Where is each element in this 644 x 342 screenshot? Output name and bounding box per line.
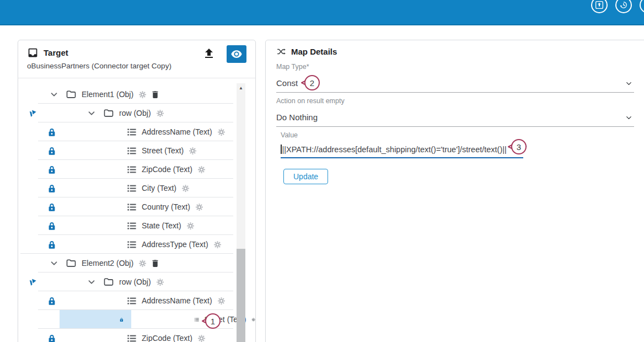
map-details-panel: Map Details Map Type* Const Action on re… bbox=[265, 40, 644, 342]
folder-icon bbox=[103, 108, 114, 119]
gear-icon[interactable] bbox=[156, 109, 164, 117]
lock-icon bbox=[48, 221, 56, 231]
tree-node-element1[interactable]: Element1 (Obj) bbox=[18, 85, 255, 104]
target-tree: Element1 (Obj) row (Obj) AddressName (Te… bbox=[18, 78, 255, 342]
text-cursor bbox=[281, 145, 282, 154]
tree-node-label: AddressName (Text) bbox=[142, 296, 212, 305]
tree-leaf-addresstype[interactable]: AddressType (Text) bbox=[18, 235, 255, 254]
tree-leaf-zipcode[interactable]: ZipCode (Text) bbox=[18, 329, 255, 342]
tree-node-label: City (Text) bbox=[142, 184, 176, 193]
bookmark-icon bbox=[28, 277, 37, 287]
inbox-icon bbox=[27, 47, 39, 58]
gear-icon[interactable] bbox=[213, 241, 222, 249]
value-text: ||XPATH://addresses[default_shipping/tex… bbox=[282, 145, 507, 154]
value-input[interactable]: ||XPATH://addresses[default_shipping/tex… bbox=[281, 143, 523, 158]
trash-icon[interactable] bbox=[151, 259, 160, 268]
publish-icon[interactable] bbox=[591, 0, 608, 13]
gear-icon[interactable] bbox=[197, 165, 206, 174]
target-panel: Target oBusinessPartners (Connector targ… bbox=[18, 40, 256, 342]
chevron-down-icon[interactable] bbox=[49, 258, 59, 268]
trash-icon[interactable] bbox=[151, 90, 160, 99]
tree-node-label: row (Obj) bbox=[119, 109, 151, 117]
tree-leaf-addressname[interactable]: AddressName (Text) bbox=[18, 122, 255, 141]
upload-icon[interactable] bbox=[201, 46, 217, 61]
target-panel-title: Target bbox=[44, 48, 68, 57]
gear-icon[interactable] bbox=[251, 316, 255, 324]
tree-node-label: ZipCode (Text) bbox=[142, 334, 192, 342]
history-icon[interactable] bbox=[615, 0, 632, 13]
tree-node-label: AddressType (Text) bbox=[142, 240, 208, 249]
tree-node-label: Street (Text) bbox=[142, 146, 184, 155]
list-icon bbox=[126, 239, 137, 250]
tree-node-element2[interactable]: Element2 (Obj) bbox=[18, 254, 255, 272]
map-type-label: Map Type* bbox=[276, 63, 644, 71]
shuffle-icon bbox=[276, 47, 286, 56]
gear-icon[interactable] bbox=[138, 90, 147, 99]
action-on-empty-select[interactable]: Do Nothing bbox=[276, 109, 634, 127]
target-subtitle: oBusinessPartners (Connector target Copy… bbox=[27, 62, 246, 70]
tree-leaf-city[interactable]: City (Text) bbox=[18, 179, 255, 197]
list-icon bbox=[126, 183, 137, 194]
gear-icon[interactable] bbox=[217, 297, 226, 305]
tree-leaf-street-selected[interactable]: Street (Text) bbox=[18, 310, 255, 329]
tree-leaf-addressname[interactable]: AddressName (Text) bbox=[18, 291, 255, 310]
lock-icon bbox=[48, 184, 56, 193]
lock-icon bbox=[48, 334, 56, 342]
update-button[interactable]: Update bbox=[283, 169, 328, 184]
app-header-bar bbox=[0, 0, 644, 25]
tree-node-label: Element1 (Obj) bbox=[82, 90, 133, 99]
folder-icon bbox=[103, 276, 114, 287]
gear-icon[interactable] bbox=[186, 222, 195, 230]
add-value-icon[interactable]: + bbox=[519, 137, 527, 154]
list-icon bbox=[126, 202, 137, 212]
tree-node-label: Element2 (Obj) bbox=[82, 259, 133, 268]
mapping-tool-window: Target oBusinessPartners (Connector targ… bbox=[0, 0, 644, 342]
lock-icon bbox=[48, 127, 56, 137]
tree-node-label: Country (Text) bbox=[142, 202, 190, 211]
eye-icon bbox=[230, 48, 243, 60]
gear-icon[interactable] bbox=[138, 259, 147, 268]
list-icon bbox=[126, 221, 137, 231]
tree-node-label: ZipCode (Text) bbox=[142, 165, 192, 174]
action-on-empty-value: Do Nothing bbox=[276, 113, 318, 122]
list-icon bbox=[126, 127, 137, 137]
lock-icon bbox=[48, 296, 56, 306]
tree-leaf-street[interactable]: Street (Text) bbox=[18, 141, 255, 160]
chevron-down-icon[interactable] bbox=[625, 79, 633, 88]
preview-eye-button[interactable] bbox=[227, 45, 246, 63]
gear-icon[interactable] bbox=[195, 203, 203, 211]
bookmark-icon bbox=[28, 109, 37, 118]
lock-icon bbox=[48, 240, 56, 249]
scroll-up-arrow-icon[interactable]: ▲ bbox=[237, 83, 245, 92]
list-icon bbox=[126, 333, 137, 342]
tree-scrollbar[interactable]: ▲ bbox=[237, 83, 245, 342]
lock-icon bbox=[48, 165, 56, 174]
tree-node-label: AddressName (Text) bbox=[142, 127, 212, 136]
map-type-value: Const bbox=[276, 78, 298, 88]
map-type-select[interactable]: Const bbox=[276, 74, 634, 93]
chevron-down-icon[interactable] bbox=[87, 108, 96, 118]
gear-icon[interactable] bbox=[217, 128, 226, 136]
gear-icon[interactable] bbox=[156, 278, 164, 286]
lock-icon bbox=[120, 315, 124, 324]
list-icon bbox=[126, 146, 137, 156]
tree-node-label: row (Obj) bbox=[119, 277, 151, 286]
tree-node-row[interactable]: row (Obj) bbox=[18, 272, 255, 291]
chevron-down-icon[interactable] bbox=[625, 114, 633, 122]
tree-node-row[interactable]: row (Obj) bbox=[18, 104, 255, 122]
tree-node-label: State (Text) bbox=[142, 221, 181, 230]
map-details-title: Map Details bbox=[291, 47, 337, 56]
scrollbar-thumb[interactable] bbox=[237, 249, 245, 342]
tree-leaf-state[interactable]: State (Text) bbox=[18, 216, 255, 235]
chevron-down-icon[interactable] bbox=[87, 277, 96, 287]
tree-leaf-country[interactable]: Country (Text) bbox=[18, 197, 255, 216]
chevron-down-icon[interactable] bbox=[49, 89, 59, 99]
action-on-empty-label: Action on result empty bbox=[276, 97, 644, 105]
tree-leaf-zipcode[interactable]: ZipCode (Text) bbox=[18, 160, 255, 179]
gear-icon[interactable] bbox=[181, 184, 190, 193]
gear-icon[interactable] bbox=[197, 334, 206, 342]
folder-icon bbox=[66, 89, 77, 100]
partial-toolbar-icon[interactable] bbox=[640, 0, 644, 13]
lock-icon bbox=[48, 202, 56, 212]
gear-icon[interactable] bbox=[189, 147, 197, 155]
